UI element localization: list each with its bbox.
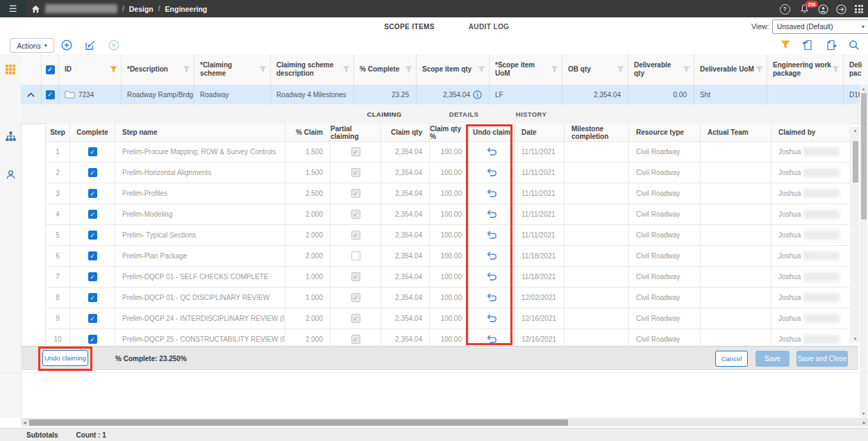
- undo-claim-cell[interactable]: [469, 204, 515, 224]
- complete-checkbox[interactable]: ✓: [88, 314, 97, 323]
- undo-claim-icon[interactable]: [487, 335, 497, 344]
- page-scrollbar-thumb[interactable]: [861, 93, 867, 219]
- info-icon[interactable]: [473, 90, 482, 99]
- column-header-id[interactable]: ID: [59, 54, 122, 85]
- column-header-scope-item-qty[interactable]: Scope item qty: [417, 54, 490, 85]
- column-header-scope-item-uom[interactable]: *Scope item UoM: [490, 54, 562, 85]
- undo-claim-icon[interactable]: [487, 251, 497, 260]
- undo-claim-cell[interactable]: [469, 183, 515, 203]
- undo-claim-icon[interactable]: [487, 293, 497, 302]
- scroll-up-arrow[interactable]: ▴: [851, 128, 859, 133]
- complete-checkbox[interactable]: ✓: [88, 147, 97, 156]
- tab-claiming[interactable]: CLAIMING: [351, 104, 418, 126]
- horizontal-scrollbar[interactable]: ◂ ▸: [21, 418, 868, 426]
- complete-cell[interactable]: ✓: [70, 142, 115, 162]
- complete-cell[interactable]: ✓: [70, 267, 115, 287]
- select-all-cell[interactable]: ✓: [42, 54, 59, 85]
- undo-claim-cell[interactable]: [469, 246, 515, 266]
- tab-history[interactable]: HISTORY: [501, 104, 561, 124]
- resources-icon[interactable]: [5, 169, 16, 180]
- complete-cell[interactable]: ✓: [70, 225, 115, 245]
- column-header-description[interactable]: *Description: [122, 54, 194, 85]
- actions-button[interactable]: Actions ▾: [10, 38, 54, 53]
- complete-cell[interactable]: ✓: [70, 163, 115, 183]
- undo-claim-icon[interactable]: [487, 147, 497, 156]
- add-scope-item-button[interactable]: [60, 39, 72, 51]
- save-button[interactable]: Save: [756, 351, 790, 367]
- scroll-right-arrow[interactable]: ▸: [860, 418, 868, 426]
- help-button[interactable]: ?: [779, 3, 790, 15]
- filter-button[interactable]: [779, 39, 791, 51]
- undo-claim-cell[interactable]: [469, 142, 515, 162]
- column-header-pct-complete[interactable]: % Complete: [354, 54, 417, 85]
- undo-claim-cell[interactable]: [469, 288, 515, 308]
- horizontal-scrollbar-thumb[interactable]: [29, 419, 568, 426]
- undo-claim-cell[interactable]: [469, 225, 515, 245]
- save-and-close-button[interactable]: Save and Close: [796, 351, 848, 367]
- complete-checkbox[interactable]: ✓: [88, 210, 97, 219]
- complete-cell[interactable]: ✓: [70, 288, 115, 308]
- column-header-deliverable-qty[interactable]: Deliverable qty: [628, 54, 694, 85]
- claiming-scrollbar[interactable]: ▴ ▾: [851, 126, 859, 343]
- breadcrumb-item-engineering[interactable]: Engineering: [165, 5, 208, 13]
- complete-checkbox[interactable]: ✓: [88, 189, 97, 198]
- undo-claim-icon[interactable]: [487, 272, 497, 281]
- complete-checkbox[interactable]: ✓: [88, 168, 97, 177]
- complete-cell[interactable]: ✓: [70, 246, 115, 266]
- page-scrollbar[interactable]: ▴ ▾: [860, 85, 867, 418]
- tab-audit-log[interactable]: AUDIT LOG: [457, 17, 521, 35]
- column-header-engineering-work-package[interactable]: Engineering work package: [767, 54, 844, 85]
- scroll-up-arrow[interactable]: ▴: [860, 86, 867, 92]
- complete-checkbox[interactable]: ✓: [88, 231, 97, 240]
- undo-claim-cell[interactable]: [469, 308, 515, 328]
- scroll-down-arrow[interactable]: ▾: [860, 411, 867, 417]
- collapse-row-button[interactable]: [21, 85, 42, 104]
- select-all-checkbox[interactable]: ✓: [46, 65, 55, 74]
- undo-claiming-button[interactable]: Undo claiming: [42, 350, 88, 366]
- undo-claim-icon[interactable]: [487, 168, 497, 177]
- undo-claim-cell[interactable]: [469, 329, 515, 345]
- breadcrumb-item-design[interactable]: Design: [129, 5, 153, 13]
- complete-cell[interactable]: ✓: [70, 183, 115, 203]
- column-header-ob-qty[interactable]: OB qty: [562, 54, 628, 85]
- complete-checkbox[interactable]: ✓: [88, 335, 97, 344]
- hierarchy-view-icon[interactable]: [5, 131, 16, 142]
- home-icon[interactable]: [31, 5, 40, 13]
- launch-button[interactable]: [835, 3, 846, 15]
- app-switcher-button[interactable]: [853, 3, 865, 15]
- column-header-claiming-scheme[interactable]: *Claiming scheme: [194, 54, 271, 85]
- complete-checkbox[interactable]: ✓: [88, 293, 97, 302]
- search-button[interactable]: [848, 39, 860, 51]
- hamburger-menu-button[interactable]: ☰: [0, 0, 26, 17]
- column-header-claiming-scheme-description[interactable]: Claiming scheme description: [271, 54, 354, 85]
- complete-checkbox[interactable]: ✓: [88, 251, 97, 260]
- undo-claim-icon[interactable]: [487, 231, 497, 240]
- claiming-scrollbar-thumb[interactable]: [853, 141, 858, 183]
- complete-cell[interactable]: ✓: [70, 204, 115, 224]
- undo-claim-icon[interactable]: [487, 189, 497, 198]
- complete-cell[interactable]: ✓: [70, 308, 115, 328]
- import-document-icon[interactable]: [825, 39, 837, 51]
- row-select-cell[interactable]: ✓: [42, 85, 59, 104]
- edit-button[interactable]: [84, 39, 96, 51]
- column-header-deliverable-uom[interactable]: Deliverable UoM: [694, 54, 767, 85]
- undo-claim-cell[interactable]: [469, 267, 515, 287]
- export-document-icon[interactable]: [801, 39, 813, 51]
- grid-view-icon[interactable]: [5, 64, 16, 75]
- complete-checkbox[interactable]: ✓: [88, 272, 97, 281]
- scope-item-row[interactable]: ✓ 7234 Roadway Ramp/Brdg ... Roadway Roa…: [21, 85, 868, 105]
- account-button[interactable]: [817, 3, 828, 15]
- column-header-deliverable-package[interactable]: Deli pac: [844, 54, 868, 85]
- row-checkbox[interactable]: ✓: [46, 90, 55, 99]
- cancel-button[interactable]: Cancel: [715, 351, 748, 367]
- undo-claim-icon[interactable]: [487, 210, 497, 219]
- scroll-down-arrow[interactable]: ▾: [851, 336, 859, 342]
- undo-claim-icon[interactable]: [487, 314, 497, 323]
- tab-scope-items[interactable]: SCOPE ITEMS: [370, 17, 449, 38]
- tab-details[interactable]: DETAILS: [436, 104, 492, 124]
- scroll-left-arrow[interactable]: ◂: [21, 418, 28, 426]
- undo-claim-cell[interactable]: [469, 163, 515, 183]
- subtotals-label[interactable]: Subtotals: [26, 431, 58, 439]
- complete-cell[interactable]: ✓: [70, 329, 115, 345]
- view-select[interactable]: Unsaved (Default) ▾: [772, 19, 868, 34]
